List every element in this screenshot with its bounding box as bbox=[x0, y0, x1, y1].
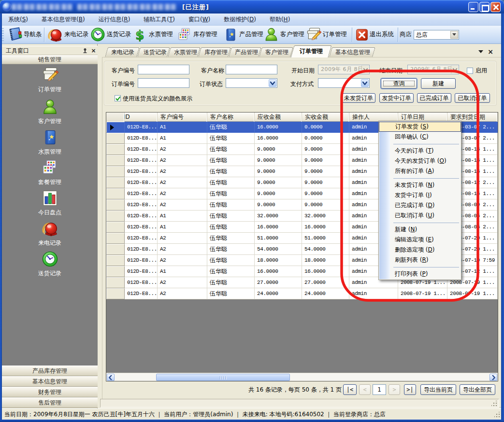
last-page-button[interactable]: >| bbox=[404, 384, 416, 395]
row-selector-cell[interactable] bbox=[106, 155, 125, 166]
context-menu-item-删除选定项[interactable]: 删除选定项 (D) bbox=[379, 245, 461, 255]
menubar-item-系统[interactable]: 系统(S) bbox=[5, 14, 31, 25]
menubar-item-数据维护[interactable]: 数据维护(D) bbox=[220, 14, 259, 25]
status-filter-button-已完成订单[interactable]: 已完成订单 bbox=[417, 93, 451, 103]
export-current-page-button[interactable]: 导出当前页 bbox=[420, 384, 456, 395]
end-date-picker[interactable]: 2009年 6月 8日 bbox=[407, 65, 459, 74]
tab-来电记录[interactable]: 来电记录 bbox=[106, 47, 138, 57]
context-menu-item-未发货订单[interactable]: 未发货订单 (N) bbox=[379, 180, 461, 190]
status-filter-button-未发货订单[interactable]: 未发货订单 bbox=[342, 93, 375, 103]
toolbar-button-水票管理[interactable]: 水票管理 bbox=[134, 26, 173, 43]
sidebar-item-来电记录[interactable]: 来电记录 bbox=[2, 220, 98, 247]
toolbar-button-退出系统[interactable]: 退出系统 bbox=[355, 26, 394, 43]
scroll-right-button[interactable] bbox=[490, 374, 497, 381]
tab-close-icon[interactable]: × bbox=[488, 49, 493, 55]
page-number-input[interactable]: 1 bbox=[373, 384, 386, 395]
sidebar-close-icon[interactable]: × bbox=[90, 47, 97, 54]
shop-select[interactable]: 总店 bbox=[414, 30, 459, 40]
sidebar-group-产品库存管理[interactable]: 产品库存管理 bbox=[2, 366, 98, 376]
row-selector-cell[interactable] bbox=[106, 199, 125, 211]
row-selector-cell[interactable] bbox=[106, 277, 125, 288]
context-menu-item-打印列表[interactable]: 打印列表 (P) bbox=[379, 269, 461, 279]
context-menu-item-刷新列表[interactable]: 刷新列表 (R) bbox=[379, 255, 461, 265]
toolbar-button-来电记录[interactable]: 来电记录 bbox=[47, 26, 88, 43]
context-menu-item-今天的发货订单[interactable]: 今天的发货订单 (O) bbox=[379, 156, 461, 166]
context-menu-item-新建[interactable]: 新建 (N) bbox=[379, 225, 461, 235]
menubar-item-基本信息管理[interactable]: 基本信息管理(B) bbox=[38, 14, 88, 25]
context-menu-item-发货中订单[interactable]: 发货中订单 (I) bbox=[379, 190, 461, 200]
menubar-item-运行信息[interactable]: 运行信息(R) bbox=[95, 14, 134, 25]
toolbar-button-送货记录[interactable]: 送货记录 bbox=[90, 26, 131, 43]
menubar-item-窗口[interactable]: 窗口(W) bbox=[185, 14, 214, 25]
table-row[interactable]: 012D-E8...A2伍华聪24.000024.0000admin2008-0… bbox=[106, 288, 498, 299]
column-header-客户名称[interactable]: 客户名称 bbox=[207, 113, 255, 122]
tab-送货记录[interactable]: 送货记录 bbox=[139, 47, 169, 57]
row-selector-cell[interactable] bbox=[106, 144, 125, 155]
toolbar-button-产品管理[interactable]: 产品管理 bbox=[223, 26, 263, 43]
column-header-ID[interactable]: ID bbox=[125, 113, 158, 122]
order-no-input[interactable] bbox=[138, 78, 189, 88]
tab-客户管理[interactable]: 客户管理 bbox=[260, 47, 292, 57]
tab-订单管理[interactable]: 订单管理 bbox=[292, 45, 330, 57]
column-header-客户编号[interactable]: 客户编号 bbox=[158, 113, 207, 122]
context-menu-item-今天的订单[interactable]: 今天的订单 (T) bbox=[379, 146, 461, 156]
column-header-应收金额[interactable]: 应收金额 bbox=[255, 113, 302, 122]
next-page-button[interactable]: > bbox=[389, 384, 400, 395]
export-all-pages-button[interactable]: 导出全部页 bbox=[460, 384, 495, 395]
toolbar-grip[interactable] bbox=[2, 28, 4, 42]
column-header-实收金额[interactable]: 实收金额 bbox=[302, 113, 349, 122]
row-selector-cell[interactable] bbox=[106, 222, 125, 233]
enable-checkbox[interactable] bbox=[467, 68, 473, 74]
sidebar-item-订单管理[interactable]: 订单管理 bbox=[2, 66, 98, 94]
row-selector-cell[interactable] bbox=[106, 233, 125, 244]
color-checkbox[interactable] bbox=[115, 95, 121, 101]
row-selector-cell[interactable] bbox=[106, 255, 125, 266]
row-selector-cell[interactable] bbox=[106, 166, 125, 177]
menubar-item-帮助[interactable]: 帮助(H) bbox=[266, 14, 293, 25]
context-menu-item-所有的订单[interactable]: 所有的订单 (A) bbox=[379, 166, 461, 176]
chevron-down-icon[interactable] bbox=[361, 79, 369, 87]
status-filter-button-发货中订单[interactable]: 发货中订单 bbox=[379, 93, 414, 103]
order-status-select[interactable] bbox=[226, 78, 277, 88]
row-selector-cell[interactable] bbox=[106, 288, 125, 299]
context-menu-item-订单发货[interactable]: 订单发货 (S) bbox=[379, 122, 461, 132]
sidebar-group-基本信息管理[interactable]: 基本信息管理 bbox=[2, 376, 98, 387]
scrollbar-thumb[interactable] bbox=[156, 374, 290, 381]
customer-name-input[interactable] bbox=[226, 65, 277, 74]
toolbar-button-导航条[interactable]: 导航条 bbox=[6, 26, 42, 43]
toolbar-button-库存管理[interactable]: 库存管理 bbox=[177, 26, 217, 43]
row-selector-cell[interactable] bbox=[106, 177, 125, 188]
status-filter-button-已取消订单[interactable]: 已取消订单 bbox=[455, 93, 490, 103]
tab-水票管理[interactable]: 水票管理 bbox=[169, 47, 199, 57]
sidebar-item-客户管理[interactable]: 客户管理 bbox=[2, 98, 98, 126]
chevron-down-icon[interactable] bbox=[450, 31, 458, 39]
close-button[interactable] bbox=[490, 2, 501, 12]
pay-method-select[interactable] bbox=[318, 78, 370, 88]
tab-基本信息管理[interactable]: 基本信息管理 bbox=[331, 47, 374, 57]
resize-grip[interactable] bbox=[491, 401, 497, 407]
context-menu-item-已取消订单[interactable]: 已取消订单 (U) bbox=[379, 211, 461, 221]
sidebar-item-水票管理[interactable]: 水票管理 bbox=[2, 128, 98, 156]
sidebar-item-送货记录[interactable]: 送货记录 bbox=[2, 250, 98, 278]
context-menu-item-已完成订单[interactable]: 已完成订单 (D) bbox=[379, 200, 461, 211]
toolbar-button-客户管理[interactable]: 客户管理 bbox=[263, 26, 304, 43]
sidebar-group-售后管理[interactable]: 售后管理 bbox=[2, 397, 98, 408]
toolbar-button-订单管理[interactable]: 订单管理 bbox=[305, 26, 347, 43]
sidebar-item-今日盘点[interactable]: 今日盘点 bbox=[2, 189, 98, 217]
customer-no-input[interactable] bbox=[138, 65, 189, 74]
maximize-button[interactable] bbox=[479, 2, 490, 12]
tab-库存管理[interactable]: 库存管理 bbox=[200, 47, 230, 57]
sidebar-item-套餐管理[interactable]: 套餐管理 bbox=[2, 159, 98, 186]
scroll-left-button[interactable] bbox=[107, 374, 115, 381]
statusbar-resize-grip[interactable] bbox=[494, 412, 500, 418]
row-selector-cell[interactable] bbox=[106, 133, 125, 144]
context-menu-item-编辑选定项[interactable]: 编辑选定项 (E) bbox=[379, 235, 461, 245]
row-selector-cell[interactable] bbox=[106, 188, 125, 199]
context-menu-item-回单确认[interactable]: 回单确认 (C) bbox=[379, 132, 461, 142]
row-selector-cell[interactable] bbox=[106, 122, 125, 133]
prev-page-button[interactable]: < bbox=[359, 384, 371, 395]
tab-产品管理[interactable]: 产品管理 bbox=[230, 47, 260, 57]
tab-list-dropdown-icon[interactable] bbox=[478, 50, 483, 56]
menubar-item-辅助工具[interactable]: 辅助工具(T) bbox=[140, 14, 178, 25]
sidebar-section-header[interactable]: 销售管理 bbox=[2, 55, 98, 64]
